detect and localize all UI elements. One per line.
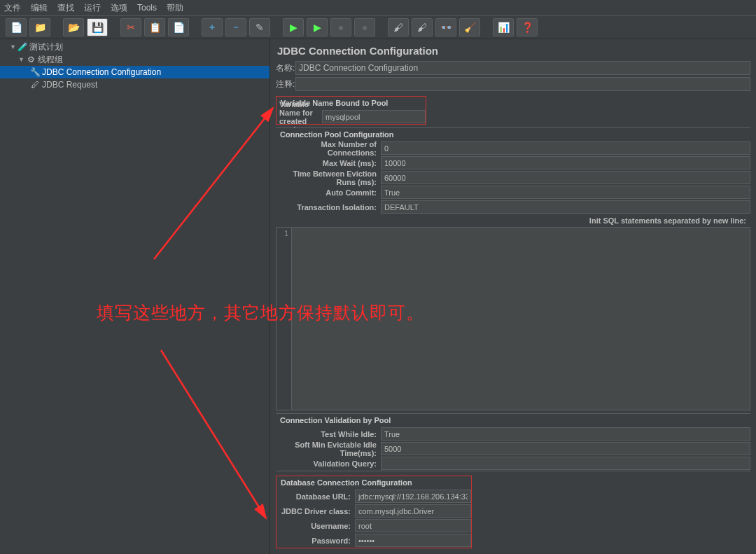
validation-section: Connection Validation by Pool Test While… [276,413,750,471]
test-idle-field[interactable] [381,427,750,441]
tree-jdbc-request[interactable]: 🖊 JDBC Request [0,78,270,91]
new-button[interactable]: 📄 [6,18,27,36]
name-label: 名称: [276,62,295,74]
soft-min-label: Soft Min Evictable Idle Time(ms): [276,441,381,457]
section-header: Connection Pool Configuration [276,128,750,141]
tree-thread-group[interactable]: ▼ ⚙ 线程组 [0,53,270,66]
variable-pool-section: Variable Name Bound to Pool Variable Nam… [276,96,426,125]
menu-help[interactable]: 帮助 [167,2,183,14]
username-label: Username: [276,522,355,530]
add-button[interactable]: ＋ [202,18,223,36]
wand-button[interactable]: ✎ [249,18,270,36]
auto-commit-field[interactable] [381,186,750,199]
tree-jdbc-config[interactable]: 🔧 JDBC Connection Configuration [0,66,270,78]
clear-all-button[interactable]: 🖌 [412,18,433,36]
chevron-down-icon: ▼ [10,43,17,50]
init-sql-label: Init SQL statements separated by new lin… [276,214,750,227]
max-conn-field[interactable] [381,141,750,155]
driver-label: JDBC Driver class: [276,507,355,515]
username-field[interactable] [355,519,471,532]
max-conn-label: Max Number of Connections: [276,140,381,157]
menu-file[interactable]: 文件 [4,2,21,14]
config-panel: JDBC Connection Configuration 名称: 注释: Va… [270,39,756,554]
test-plan-tree: ▼ 🧪 测试计划 ▼ ⚙ 线程组 🔧 JDBC Connection Confi… [0,39,270,554]
tree-label: JDBC Request [42,80,97,90]
max-wait-label: Max Wait (ms): [276,159,381,167]
clear-button[interactable]: 🖌 [388,18,409,36]
password-field[interactable] [355,534,471,547]
section-header: Database Connection Configuration [276,476,471,489]
copy-button[interactable]: 📋 [144,18,165,36]
evict-label: Time Between Eviction Runs (ms): [276,169,381,186]
dropper-icon: 🖊 [29,80,41,90]
tree-test-plan[interactable]: ▼ 🧪 测试计划 [0,41,270,53]
db-url-field[interactable] [355,490,471,503]
evict-field[interactable] [381,171,750,184]
iso-label: Transaction Isolation: [276,203,381,212]
menu-bar: 文件 编辑 查找 运行 选项 Tools 帮助 [0,0,756,15]
chevron-down-icon: ▼ [18,56,25,63]
panel-title: JDBC Connection Configuration [276,42,750,61]
password-label: Password: [276,536,355,545]
menu-run[interactable]: 运行 [84,2,101,14]
menu-search[interactable]: 查找 [57,2,74,14]
play-no-pause-button[interactable]: ▶ [307,18,328,36]
menu-edit[interactable]: 编辑 [31,2,48,14]
validation-query-label: Validation Query: [276,459,381,468]
comment-label: 注释: [276,78,295,90]
open-button[interactable]: 📂 [63,18,84,36]
soft-min-field[interactable] [381,442,750,455]
editor-gutter: 1 [276,228,292,410]
menu-tools[interactable]: Tools [137,3,157,13]
paste-button[interactable]: 📄 [168,18,189,36]
max-wait-field[interactable] [381,156,750,169]
conn-pool-section: Connection Pool Configuration Max Number… [276,127,750,214]
init-sql-editor[interactable]: 1 [276,227,750,410]
flask-icon: 🧪 [17,42,28,52]
function-button[interactable]: 📊 [493,18,514,36]
iso-field[interactable] [381,200,750,214]
shutdown-button[interactable]: ● [354,18,375,36]
comment-field[interactable] [295,77,750,91]
stop-button[interactable]: ● [330,18,351,36]
varname-field[interactable] [322,110,426,123]
validation-query-field[interactable] [381,457,750,470]
name-field[interactable] [295,61,750,75]
editor-body[interactable] [292,228,750,410]
search-button[interactable]: 👓 [435,18,456,36]
play-button[interactable]: ▶ [283,18,304,36]
toolbar: 📄 📁 📂 💾 ✂ 📋 📄 ＋ － ✎ ▶ ▶ ● ● 🖌 🖌 👓 🧹 📊 ❓ [0,15,756,39]
reset-search-button[interactable]: 🧹 [459,18,480,36]
tree-label: 测试计划 [29,41,63,53]
remove-button[interactable]: － [225,18,246,36]
tree-label: JDBC Connection Configuration [42,67,161,77]
menu-options[interactable]: 选项 [111,2,127,14]
auto-commit-label: Auto Commit: [276,188,381,197]
help-button[interactable]: ❓ [517,18,538,36]
section-header: Connection Validation by Pool [276,414,750,427]
gear-icon: ⚙ [25,55,36,64]
db-conn-section: Database Connection Configuration Databa… [276,476,472,548]
wrench-icon: 🔧 [29,67,41,77]
cut-button[interactable]: ✂ [120,18,141,36]
db-url-label: Database URL: [276,492,355,501]
save-button[interactable]: 💾 [87,18,108,36]
templates-button[interactable]: 📁 [29,18,50,36]
tree-label: 线程组 [38,54,63,66]
driver-field[interactable] [355,504,471,518]
test-idle-label: Test While Idle: [276,430,381,438]
